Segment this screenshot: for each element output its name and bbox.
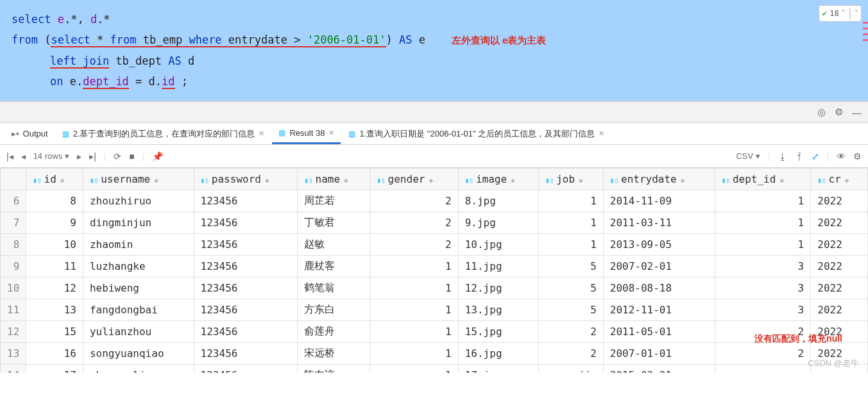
code-line[interactable]: from (select * from tb_emp where entryda… bbox=[12, 29, 862, 51]
cell-password[interactable]: 123456 bbox=[194, 234, 298, 256]
cell-password[interactable]: 123456 bbox=[194, 212, 298, 234]
column-header-entrydate[interactable]: ▮▯entrydate◆ bbox=[603, 169, 715, 190]
column-header-id[interactable]: ▮▯id◆ bbox=[26, 169, 83, 190]
cell-gender[interactable]: 1 bbox=[370, 321, 458, 343]
cell-job[interactable]: 1 bbox=[538, 212, 603, 234]
cell-name[interactable]: 方东白 bbox=[298, 299, 370, 321]
column-header-username[interactable]: ▮▯username◆ bbox=[83, 169, 194, 190]
cell-password[interactable]: 123456 bbox=[194, 190, 298, 212]
cell-dept_id[interactable]: 1 bbox=[715, 234, 811, 256]
cell-dept_id[interactable]: 1 bbox=[715, 190, 811, 212]
cell-id[interactable]: 15 bbox=[26, 321, 83, 343]
cell-dept_id[interactable]: 3 bbox=[715, 299, 811, 321]
cell-username[interactable]: hebiweng bbox=[83, 277, 194, 299]
cell-cr[interactable] bbox=[811, 365, 868, 374]
cell-gender[interactable]: 2 bbox=[370, 190, 458, 212]
cell-entrydate[interactable]: 2011-03-11 bbox=[603, 212, 715, 234]
cell-username[interactable]: yulianzhou bbox=[83, 321, 194, 343]
refresh-icon[interactable]: ⟳ bbox=[114, 151, 121, 161]
prev-page-icon[interactable]: ◂ bbox=[21, 151, 26, 161]
cell-image[interactable]: 16.jpg bbox=[458, 343, 538, 365]
cell-password[interactable]: 123456 bbox=[194, 299, 298, 321]
cell-gender[interactable]: 1 bbox=[370, 256, 458, 277]
stop-icon[interactable]: ■ bbox=[129, 151, 134, 161]
column-header-job[interactable]: ▮▯job◆ bbox=[538, 169, 603, 190]
cell-entrydate[interactable]: 2007-01-01 bbox=[603, 343, 715, 365]
cell-gender[interactable]: 1 bbox=[370, 299, 458, 321]
close-icon[interactable]: ✕ bbox=[599, 129, 604, 138]
cell-image[interactable]: 17.jpg bbox=[458, 365, 538, 374]
cell-cr[interactable]: 2022 bbox=[811, 212, 868, 234]
cell-username[interactable]: songyuanqiao bbox=[83, 343, 194, 365]
cell-cr[interactable]: 2022 bbox=[811, 343, 868, 365]
cell-name[interactable]: 周芷若 bbox=[298, 190, 370, 212]
gear-icon[interactable]: ⚙ bbox=[835, 106, 843, 118]
tab-output[interactable]: ▸▪ Output bbox=[5, 123, 55, 144]
cell-name[interactable]: 宋远桥 bbox=[298, 343, 370, 365]
column-header-dept_id[interactable]: ▮▯dept_id◆ bbox=[715, 169, 811, 190]
table-row[interactable]: 810zhaomin123456赵敏210.jpg12013-09-051202… bbox=[1, 234, 868, 256]
table-row[interactable]: 1215yulianzhou123456俞莲舟115.jpg22011-05-0… bbox=[1, 321, 868, 343]
eye-icon[interactable]: 👁 bbox=[837, 151, 846, 161]
table-row[interactable]: 1417chenyouliang123456陈友谅117.jpg<null>20… bbox=[1, 365, 868, 374]
sort-icon[interactable]: ◆ bbox=[344, 176, 348, 185]
sql-editor[interactable]: ✔ 18 ˄ | ˅ select e.*, d.* from (select … bbox=[0, 0, 868, 101]
next-page-icon[interactable]: ▸ bbox=[77, 151, 81, 161]
cell-dept_id[interactable]: 2 bbox=[715, 321, 811, 343]
target-icon[interactable]: ◎ bbox=[817, 106, 826, 118]
cell-password[interactable]: 123456 bbox=[194, 365, 298, 374]
sort-icon[interactable]: ◆ bbox=[845, 176, 849, 185]
column-header-cr[interactable]: ▮▯cr◆ bbox=[811, 169, 868, 190]
cell-image[interactable]: 12.jpg bbox=[458, 277, 538, 299]
export-format-selector[interactable]: CSV ▾ bbox=[736, 151, 760, 161]
cell-id[interactable]: 12 bbox=[26, 277, 83, 299]
cell-name[interactable]: 赵敏 bbox=[298, 234, 370, 256]
cell-image[interactable]: 8.jpg bbox=[458, 190, 538, 212]
cell-image[interactable]: 13.jpg bbox=[458, 299, 538, 321]
cell-entrydate[interactable]: 2008-08-18 bbox=[603, 277, 715, 299]
tab-result-38[interactable]: ▦ Result 38 ✕ bbox=[272, 123, 341, 144]
cell-job[interactable]: 5 bbox=[538, 299, 603, 321]
upload-icon[interactable]: ⭱ bbox=[795, 151, 804, 161]
sort-icon[interactable]: ◆ bbox=[779, 176, 784, 185]
cell-name[interactable]: 鹤笔翁 bbox=[298, 277, 370, 299]
table-row[interactable]: 79dingminjun123456丁敏君29.jpg12011-03-1112… bbox=[1, 212, 868, 234]
table-row[interactable]: 911luzhangke123456鹿杖客111.jpg52007-02-013… bbox=[1, 256, 868, 277]
cell-name[interactable]: 丁敏君 bbox=[298, 212, 370, 234]
cell-gender[interactable]: 2 bbox=[370, 212, 458, 234]
column-header-name[interactable]: ▮▯name◆ bbox=[298, 169, 370, 190]
cell-username[interactable]: chenyouliang bbox=[83, 365, 194, 374]
code-line[interactable]: select e.*, d.* bbox=[12, 9, 862, 29]
cell-job[interactable]: 5 bbox=[538, 256, 603, 277]
settings-icon[interactable]: ⚙ bbox=[853, 151, 862, 161]
cell-dept_id[interactable]: 1 bbox=[715, 212, 811, 234]
cell-dept_id[interactable]: 3 bbox=[715, 256, 811, 277]
cell-cr[interactable]: 2022 bbox=[811, 277, 868, 299]
sort-icon[interactable]: ◆ bbox=[60, 176, 65, 185]
cell-cr[interactable]: 2022 bbox=[811, 256, 868, 277]
code-line[interactable]: on e.dept_id = d.id ; bbox=[12, 71, 862, 92]
table-row[interactable]: 1316songyuanqiao123456宋远桥116.jpg22007-01… bbox=[1, 343, 868, 365]
cell-username[interactable]: luzhangke bbox=[83, 256, 194, 277]
code-line[interactable]: left join tb_dept AS d bbox=[12, 51, 862, 71]
sort-icon[interactable]: ◆ bbox=[429, 176, 433, 185]
download-icon[interactable]: ⭳ bbox=[778, 151, 787, 161]
cell-image[interactable]: 11.jpg bbox=[458, 256, 538, 277]
column-header-image[interactable]: ▮▯image◆ bbox=[458, 169, 538, 190]
first-page-icon[interactable]: |◂ bbox=[6, 151, 13, 161]
cell-job[interactable]: 5 bbox=[538, 277, 603, 299]
close-icon[interactable]: ✕ bbox=[259, 129, 264, 138]
cell-job[interactable]: 1 bbox=[538, 190, 603, 212]
cell-name[interactable]: 俞莲舟 bbox=[298, 321, 370, 343]
cell-job[interactable]: <null> bbox=[538, 365, 603, 374]
cell-username[interactable]: dingminjun bbox=[83, 212, 194, 234]
chevron-down-icon[interactable]: ˅ bbox=[855, 3, 858, 24]
minimize-icon[interactable]: — bbox=[852, 107, 862, 118]
cell-entrydate[interactable]: 2015-03-21 bbox=[603, 365, 715, 374]
table-row[interactable]: 1113fangdongbai123456方东白113.jpg52012-11-… bbox=[1, 299, 868, 321]
sort-icon[interactable]: ◆ bbox=[511, 176, 515, 185]
cell-entrydate[interactable]: 2011-05-01 bbox=[603, 321, 715, 343]
cell-entrydate[interactable]: 2012-11-01 bbox=[603, 299, 715, 321]
cell-dept_id[interactable] bbox=[715, 365, 811, 374]
cell-id[interactable]: 10 bbox=[26, 234, 83, 256]
